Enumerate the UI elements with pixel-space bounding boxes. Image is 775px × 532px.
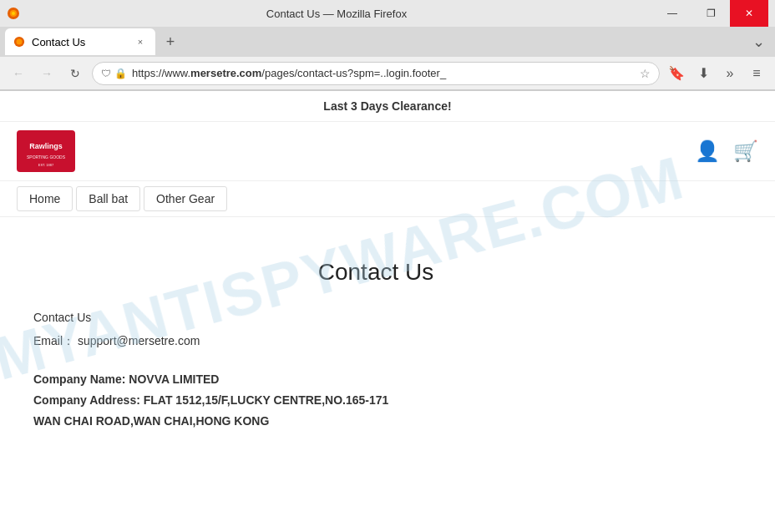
site-navigation: Home Ball bat Other Gear (0, 181, 775, 217)
email-link[interactable]: support@mersetre.com (78, 334, 200, 347)
svg-text:EST. 1887: EST. 1887 (38, 163, 54, 167)
url-text: https://www.mersetre.com/pages/contact-u… (132, 67, 635, 79)
site-header: Rawlings SPORTING GOODS EST. 1887 👤 🛒 (0, 122, 775, 181)
firefox-icon (7, 7, 20, 20)
bookmarks-button[interactable]: 🔖 (665, 62, 688, 85)
svg-text:SPORTING GOODS: SPORTING GOODS (27, 155, 66, 160)
forward-button[interactable]: → (35, 62, 58, 85)
promo-banner: Last 3 Days Clearance! (0, 91, 775, 122)
lock-icon: 🔒 (114, 68, 127, 79)
svg-text:Rawlings: Rawlings (29, 142, 63, 150)
website-content: Last 3 Days Clearance! Rawlings SPORTING… (0, 91, 775, 509)
company-address-2: WAN CHAI ROAD,WAN CHAI,HONG KONG (33, 411, 718, 432)
url-prefix: https://www. (132, 67, 190, 79)
extensions-button[interactable]: » (718, 62, 742, 85)
site-logo[interactable]: Rawlings SPORTING GOODS EST. 1887 (17, 130, 75, 172)
bookmark-star-icon[interactable]: ☆ (640, 67, 651, 80)
tab-close-button[interactable]: × (134, 35, 147, 48)
tab-favicon (13, 36, 25, 48)
active-tab[interactable]: Contact Us × (5, 28, 155, 55)
page-title: Contact Us (33, 259, 718, 286)
nav-other-gear[interactable]: Other Gear (144, 186, 227, 211)
svg-point-2 (12, 12, 15, 15)
shield-icon: 🛡 (101, 68, 111, 79)
download-button[interactable]: ⬇ (691, 62, 715, 85)
window-title: Contact Us — Mozilla Firefox (20, 8, 653, 20)
navigation-bar: ← → ↻ 🛡 🔒 https://www.mersetre.com/pages… (0, 57, 775, 90)
nav-ball-bat[interactable]: Ball bat (76, 186, 140, 211)
header-icons: 👤 🛒 (695, 139, 758, 163)
minimize-button[interactable]: — (653, 0, 691, 27)
close-button[interactable]: ✕ (730, 0, 768, 27)
account-icon[interactable]: 👤 (695, 139, 720, 163)
nav-home[interactable]: Home (17, 186, 73, 211)
tab-label: Contact Us (32, 36, 85, 48)
back-button[interactable]: ← (7, 62, 30, 85)
tab-bar: Contact Us × + ⌄ (0, 27, 775, 57)
url-suffix: /pages/contact-us?spm=..login.footer_ (261, 67, 446, 79)
email-line: Email： support@mersetre.com (33, 334, 718, 349)
company-address-1: Company Address: FLAT 1512,15/F,LUCKY CE… (33, 390, 718, 411)
restore-button[interactable]: ❐ (691, 0, 730, 27)
cart-icon[interactable]: 🛒 (733, 139, 758, 163)
contact-label: Contact Us (33, 311, 718, 324)
page-content: Contact Us Contact Us Email： support@mer… (0, 217, 752, 449)
menu-button[interactable]: ≡ (745, 62, 768, 85)
refresh-button[interactable]: ↻ (63, 62, 87, 85)
new-tab-button[interactable]: + (159, 30, 182, 53)
email-label: Email： (33, 334, 74, 347)
svg-point-4 (17, 39, 23, 45)
url-domain: mersetre.com (190, 67, 261, 79)
company-info: Company Name: NOVVA LIMITED Company Addr… (33, 369, 718, 433)
tab-overflow-button[interactable]: ⌄ (747, 33, 770, 51)
address-bar[interactable]: 🛡 🔒 https://www.mersetre.com/pages/conta… (92, 62, 660, 85)
nav-icons: 🔖 ⬇ » ≡ (665, 62, 768, 85)
title-bar: Contact Us — Mozilla Firefox — ❐ ✕ (0, 0, 775, 27)
company-name: Company Name: NOVVA LIMITED (33, 369, 718, 390)
